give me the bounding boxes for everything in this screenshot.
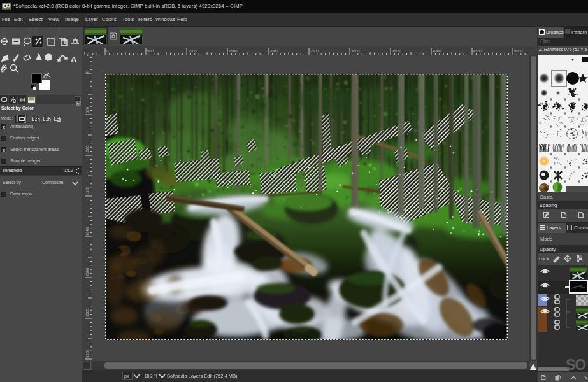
svg-text:500: 500: [85, 106, 89, 113]
svg-text:1500: 1500: [85, 186, 89, 195]
svg-text:2000: 2000: [269, 49, 278, 53]
svg-text:2500: 2500: [85, 267, 89, 276]
svg-text:3500: 3500: [392, 49, 401, 53]
svg-text:1000: 1000: [85, 145, 89, 154]
svg-text:4500: 4500: [473, 49, 482, 53]
svg-text:500: 500: [147, 49, 154, 53]
svg-text:1500: 1500: [229, 49, 238, 53]
svg-text:2500: 2500: [310, 49, 319, 53]
svg-text:3000: 3000: [351, 49, 360, 53]
svg-text:3500: 3500: [85, 349, 89, 358]
svg-text:A: A: [71, 55, 77, 64]
svg-text:3000: 3000: [85, 308, 89, 317]
svg-text:1000: 1000: [188, 49, 197, 53]
svg-text:2000: 2000: [85, 227, 89, 236]
svg-text:4000: 4000: [433, 49, 441, 53]
svg-text:5000: 5000: [514, 49, 523, 53]
